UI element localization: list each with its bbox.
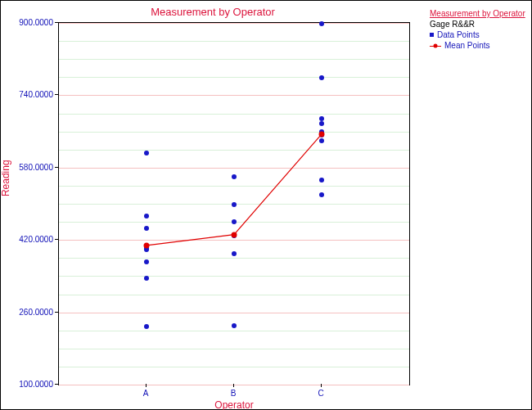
mean-point (232, 232, 237, 237)
y-tick-label: 740.0000 (4, 90, 53, 99)
x-tick-label: C (318, 389, 323, 398)
legend-subtitle: Gage R&&R (430, 20, 528, 29)
legend-item-mean: Mean Points (430, 40, 528, 51)
x-tick (321, 384, 322, 387)
x-tick (146, 384, 147, 387)
chart-title: Measurement by Operator (1, 6, 425, 18)
y-tick (55, 312, 58, 313)
legend-title: Measurement by Operator (430, 9, 528, 18)
line-marker-icon (430, 42, 441, 50)
x-tick (233, 384, 234, 387)
x-axis-title: Operator (58, 399, 410, 410)
y-tick-label: 900.0000 (4, 18, 53, 27)
mean-line-svg (59, 23, 409, 385)
legend-label: Mean Points (444, 40, 490, 51)
mean-point (319, 131, 325, 137)
y-tick (55, 94, 58, 95)
y-tick-label: 100.0000 (4, 380, 53, 389)
chart-container: Measurement by Operator Reading Operator… (0, 0, 532, 410)
y-tick (55, 384, 58, 385)
x-tick-label: B (231, 389, 237, 398)
plot-area (58, 22, 410, 385)
legend-item-data: Data Points (430, 29, 528, 40)
legend-label: Data Points (437, 29, 480, 40)
square-icon (430, 33, 434, 37)
x-tick-label: A (143, 389, 149, 398)
y-tick (55, 22, 58, 23)
y-tick (55, 239, 58, 240)
gridline-major (59, 385, 409, 385)
legend: Measurement by Operator Gage R&&R Data P… (430, 9, 528, 51)
y-tick (55, 167, 58, 168)
y-tick-label: 580.0000 (4, 162, 53, 171)
mean-point (144, 242, 150, 248)
y-tick-label: 420.0000 (4, 235, 53, 244)
y-tick-label: 260.0000 (4, 307, 53, 316)
